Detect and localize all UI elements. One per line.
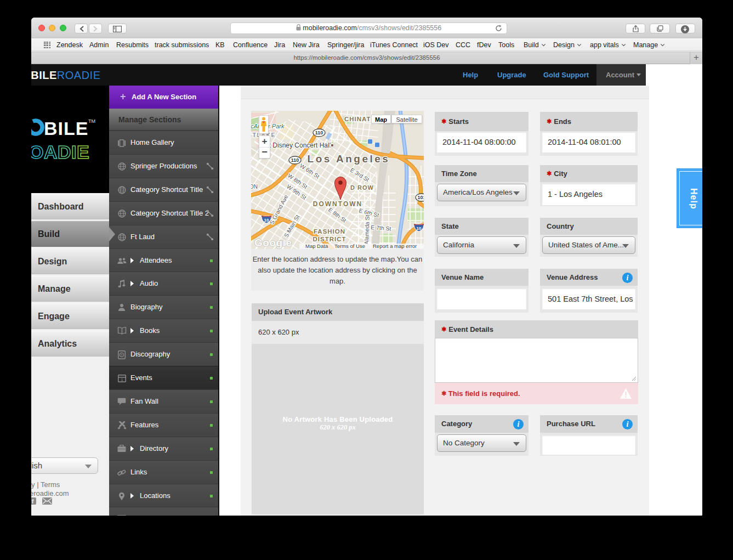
svg-text:ON: ON	[251, 184, 258, 190]
svg-text:FASHION: FASHION	[314, 228, 345, 235]
svg-text:DOWNTOWN: DOWNTOWN	[313, 200, 362, 208]
svg-text:10: 10	[417, 226, 422, 231]
svg-text:Alameda St: Alameda St	[363, 214, 371, 245]
svg-text:110: 110	[291, 157, 299, 163]
svg-text:1: 1	[121, 378, 123, 382]
svg-text:Los Angeles: Los Angeles	[308, 153, 390, 165]
svg-text:Google: Google	[254, 237, 292, 248]
svg-text:110: 110	[315, 130, 323, 135]
svg-text:10: 10	[264, 218, 269, 223]
svg-text:lt Disney Concert Hall: lt Disney Concert Hall	[268, 142, 331, 149]
svg-text:D ROW: D ROW	[350, 184, 374, 191]
svg-text:101: 101	[417, 195, 424, 200]
svg-text:DISTRICT: DISTRICT	[312, 236, 346, 242]
